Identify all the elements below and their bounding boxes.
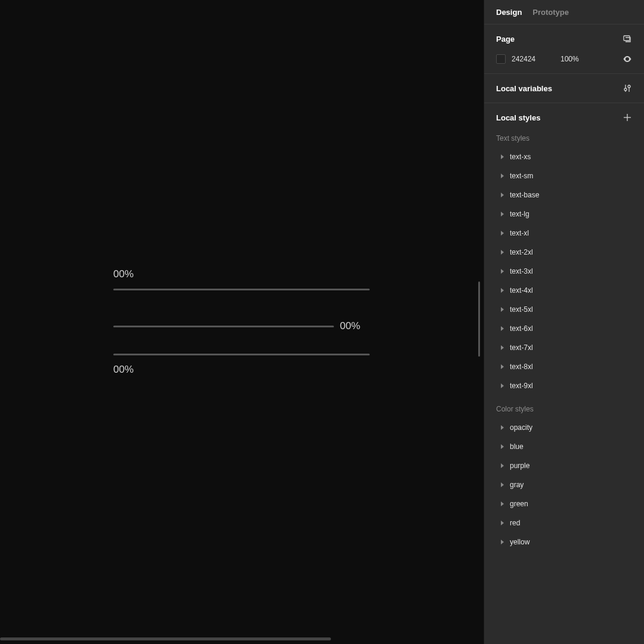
style-label: text-xs <box>510 153 531 161</box>
text-styles-list: text-xs text-sm text-base text-lg text-x… <box>496 147 632 395</box>
caret-right-icon <box>501 250 504 255</box>
style-item-text-sm[interactable]: text-sm <box>496 166 632 185</box>
page-fill-row[interactable]: 242424 100% <box>496 54 632 64</box>
style-item-green[interactable]: green <box>496 494 632 513</box>
plus-icon[interactable] <box>623 113 632 122</box>
caret-right-icon <box>501 326 504 331</box>
page-title: Page <box>496 35 515 44</box>
style-label: text-base <box>510 191 539 199</box>
style-item-text-2xl[interactable]: text-2xl <box>496 243 632 262</box>
color-styles-header: Color styles <box>496 405 632 413</box>
caret-right-icon <box>501 288 504 293</box>
style-item-purple[interactable]: purple <box>496 456 632 475</box>
style-item-text-xl[interactable]: text-xl <box>496 224 632 243</box>
caret-right-icon <box>501 364 504 369</box>
style-label: text-9xl <box>510 382 533 390</box>
style-label: red <box>510 519 520 527</box>
svg-point-3 <box>624 88 627 91</box>
progress-bar-1: 00% <box>113 268 370 290</box>
panel-tabs: Design Prototype <box>484 0 644 24</box>
caret-right-icon <box>501 307 504 312</box>
style-label: gray <box>510 481 524 489</box>
section-header-local-styles: Local styles <box>496 113 632 122</box>
section-header-page: Page <box>496 34 632 44</box>
style-item-opacity[interactable]: opacity <box>496 418 632 437</box>
tab-design[interactable]: Design <box>496 8 522 17</box>
color-swatch[interactable] <box>496 54 506 64</box>
style-item-text-7xl[interactable]: text-7xl <box>496 338 632 357</box>
caret-right-icon <box>501 482 504 487</box>
sliders-icon[interactable] <box>623 83 632 93</box>
tab-prototype[interactable]: Prototype <box>532 8 569 17</box>
caret-right-icon <box>501 174 504 178</box>
caret-right-icon <box>501 231 504 236</box>
style-label: text-lg <box>510 210 530 218</box>
caret-right-icon <box>501 269 504 274</box>
style-item-gray[interactable]: gray <box>496 475 632 494</box>
section-page: Page 242424 100% <box>484 24 644 74</box>
style-label: text-2xl <box>510 248 533 256</box>
section-local-styles: Local styles Text styles text-xs text-sm… <box>484 103 644 400</box>
style-label: opacity <box>510 423 532 432</box>
svg-point-4 <box>628 85 630 88</box>
local-styles-title: Local styles <box>496 113 540 122</box>
caret-right-icon <box>501 501 504 506</box>
style-label: blue <box>510 442 524 451</box>
style-label: text-8xl <box>510 363 533 371</box>
style-item-yellow[interactable]: yellow <box>496 532 632 552</box>
caret-right-icon <box>501 345 504 350</box>
canvas-area[interactable]: 00% 00% 00% <box>0 0 484 644</box>
style-item-text-4xl[interactable]: text-4xl <box>496 281 632 300</box>
style-item-text-xs[interactable]: text-xs <box>496 147 632 166</box>
progress-track <box>113 289 370 290</box>
progress-bar-3: 00% <box>113 354 370 376</box>
style-item-red[interactable]: red <box>496 513 632 532</box>
style-label: purple <box>510 462 530 470</box>
style-label: text-xl <box>510 229 529 237</box>
horizontal-scrollbar[interactable] <box>0 637 331 640</box>
style-item-text-lg[interactable]: text-lg <box>496 205 632 224</box>
text-styles-header: Text styles <box>496 134 632 143</box>
style-item-text-base[interactable]: text-base <box>496 185 632 205</box>
style-item-text-9xl[interactable]: text-9xl <box>496 376 632 395</box>
local-variables-title: Local variables <box>496 84 552 93</box>
style-label: yellow <box>510 538 530 546</box>
style-item-text-3xl[interactable]: text-3xl <box>496 262 632 281</box>
page-hex[interactable]: 242424 <box>512 55 555 63</box>
section-header-local-variables: Local variables <box>496 83 632 93</box>
style-item-blue[interactable]: blue <box>496 437 632 456</box>
style-item-text-5xl[interactable]: text-5xl <box>496 300 632 319</box>
caret-right-icon <box>501 540 504 544</box>
svg-rect-0 <box>624 36 630 41</box>
style-item-text-6xl[interactable]: text-6xl <box>496 319 632 338</box>
progress-label: 00% <box>113 364 370 376</box>
color-styles-list: opacity blue purple gray green red yello… <box>496 418 632 552</box>
section-color-styles: Color styles opacity blue purple gray gr… <box>484 400 644 556</box>
style-label: text-sm <box>510 172 533 180</box>
caret-right-icon <box>501 463 504 468</box>
visibility-icon[interactable] <box>623 54 632 64</box>
caret-right-icon <box>501 425 504 430</box>
progress-bar-2: 00% <box>113 320 370 332</box>
section-local-variables: Local variables <box>484 74 644 103</box>
page-opacity[interactable]: 100% <box>561 55 617 63</box>
caret-right-icon <box>501 444 504 449</box>
caret-right-icon <box>501 383 504 388</box>
style-label: green <box>510 500 528 508</box>
progress-track <box>113 326 334 327</box>
vertical-scrollbar[interactable] <box>478 281 480 357</box>
style-label: text-4xl <box>510 286 533 295</box>
overlay-icon[interactable] <box>623 34 632 44</box>
caret-right-icon <box>501 212 504 216</box>
caret-right-icon <box>501 193 504 197</box>
inspector-panel: Design Prototype Page 242424 100% Local … <box>484 0 644 644</box>
style-label: text-7xl <box>510 343 533 352</box>
style-label: text-6xl <box>510 324 533 333</box>
progress-label: 00% <box>340 320 360 332</box>
caret-right-icon <box>501 521 504 525</box>
canvas-content: 00% 00% 00% <box>113 268 370 405</box>
style-label: text-3xl <box>510 267 533 275</box>
caret-right-icon <box>501 154 504 159</box>
progress-label: 00% <box>113 268 370 280</box>
style-item-text-8xl[interactable]: text-8xl <box>496 357 632 376</box>
